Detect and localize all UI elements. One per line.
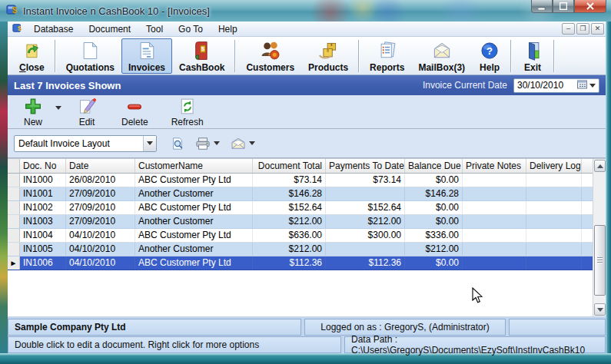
- table-row[interactable]: IN100026/08/2010ABC Customer Pty Ltd$73.…: [8, 174, 593, 187]
- column-header-balance-due[interactable]: Balance Due: [405, 159, 463, 173]
- table-row[interactable]: ►IN100604/10/2010ABC Customer Pty Ltd$11…: [8, 256, 593, 270]
- svg-text:$: $: [12, 5, 17, 15]
- toolbar-button-close[interactable]: Close: [12, 38, 51, 74]
- email-dropdown-arrow[interactable]: [249, 141, 255, 145]
- toolbar-separator: [510, 40, 512, 72]
- toolbar-button-label: Help: [480, 62, 500, 73]
- column-header-filler: [582, 159, 593, 173]
- menu-help[interactable]: Help: [211, 22, 245, 36]
- table-cell: $73.14: [253, 174, 326, 187]
- menu-document[interactable]: Document: [81, 22, 138, 36]
- caption-bar: Last 7 Invoices Shown Invoice Current Da…: [8, 75, 606, 95]
- date-dropdown-arrow-icon: [589, 84, 596, 88]
- table-cell: [526, 243, 582, 256]
- table-cell: [463, 256, 526, 270]
- table-row[interactable]: IN100327/09/2010Another Customer$212.00$…: [8, 215, 593, 229]
- toolbar-button-quotations[interactable]: Quotations: [59, 38, 121, 74]
- toolbar-button-invoices[interactable]: Invoices: [121, 38, 172, 74]
- row-indicator: [8, 201, 20, 214]
- menu-tool[interactable]: Tool: [138, 22, 171, 36]
- maximize-button[interactable]: [553, 0, 574, 13]
- table-cell: ABC Customer Pty Ltd: [135, 229, 253, 242]
- date-value: 30/10/2010: [517, 80, 577, 91]
- invoice-current-date-label: Invoice Current Date: [423, 80, 507, 91]
- scroll-up-button[interactable]: [594, 160, 606, 172]
- table-cell: $0.00: [405, 215, 463, 228]
- row-indicator: [8, 229, 20, 242]
- table-row[interactable]: IN100127/09/2010Another Customer$146.28$…: [8, 187, 593, 201]
- column-header-customer-name[interactable]: CustomerName: [135, 159, 253, 173]
- logged-on-panel: Logged on as : GregoryS, (Administrator): [304, 319, 506, 336]
- invoice-current-date-picker[interactable]: 30/10/2010: [513, 78, 599, 93]
- table-cell: $112.36: [326, 256, 405, 270]
- action-toolbar: New Edit Delete Refresh: [8, 95, 606, 129]
- mdi-minimize-button[interactable]: –: [562, 23, 575, 35]
- scroll-up-icon: [597, 164, 603, 168]
- menu-database[interactable]: Database: [26, 22, 81, 36]
- delete-button[interactable]: Delete: [118, 97, 151, 127]
- invoice-grid: Doc. No Date CustomerName Document Total…: [8, 158, 606, 316]
- mdi-close-button[interactable]: ✕: [591, 23, 604, 35]
- print-button[interactable]: [195, 137, 220, 151]
- table-cell-filler: [582, 215, 593, 228]
- table-cell: $0.00: [405, 256, 463, 270]
- column-header-delivery-log[interactable]: Delivery Log: [526, 159, 582, 173]
- cashbook-icon: $: [191, 40, 213, 61]
- table-cell-filler: [582, 174, 593, 187]
- table-row[interactable]: IN100404/10/2010ABC Customer Pty Ltd$636…: [8, 229, 593, 243]
- toolbar-separator: [553, 40, 555, 72]
- column-header-private-notes[interactable]: Private Notes: [463, 159, 526, 173]
- edit-button[interactable]: Edit: [72, 97, 101, 127]
- vertical-scrollbar[interactable]: [593, 159, 606, 316]
- print-dropdown-arrow[interactable]: [214, 141, 220, 145]
- table-cell: [463, 229, 526, 242]
- layout-bar: Default Invoice Layout: [8, 129, 606, 158]
- row-indicator: ►: [8, 256, 20, 270]
- new-dropdown-arrow[interactable]: [55, 106, 61, 110]
- table-cell: IN1005: [20, 243, 66, 256]
- toolbar-button-label: Close: [19, 62, 45, 73]
- row-indicator: [8, 174, 20, 187]
- minimize-button[interactable]: [531, 0, 553, 13]
- column-header-date[interactable]: Date: [66, 159, 135, 173]
- table-cell: $212.00: [326, 215, 405, 228]
- new-button[interactable]: New: [18, 97, 48, 127]
- column-header-doc-no[interactable]: Doc. No: [20, 159, 66, 173]
- email-icon: [231, 137, 246, 150]
- toolbar-button-exit[interactable]: Exit: [515, 38, 550, 74]
- invoice-layout-value: Default Invoice Layout: [15, 138, 143, 149]
- combo-dropdown-button[interactable]: [143, 136, 156, 151]
- toolbar-button-customers[interactable]: Customers: [239, 38, 301, 74]
- scroll-down-icon: [597, 308, 603, 312]
- menu-goto[interactable]: Go To: [171, 22, 211, 36]
- toolbar-button-label: MailBox(3): [418, 62, 465, 73]
- table-cell: ABC Customer Pty Ltd: [135, 174, 253, 187]
- table-cell: [326, 243, 405, 256]
- scroll-down-button[interactable]: [594, 303, 606, 316]
- table-row[interactable]: IN100504/10/2010Another Customer$212.00$…: [8, 243, 593, 256]
- scrollbar-thumb[interactable]: [594, 225, 606, 296]
- quotations-icon: [79, 40, 101, 61]
- toolbar-button-products[interactable]: Products: [301, 38, 355, 74]
- toolbar-button-reports[interactable]: Reports: [363, 38, 411, 74]
- toolbar-separator: [55, 40, 56, 72]
- column-header-payments-to-date[interactable]: Payments To Date: [326, 159, 405, 173]
- refresh-button[interactable]: Refresh: [168, 97, 207, 127]
- edit-icon: [75, 97, 98, 116]
- invoice-layout-select[interactable]: Default Invoice Layout: [14, 135, 157, 152]
- close-button[interactable]: [574, 0, 606, 13]
- print-preview-button[interactable]: [171, 137, 184, 151]
- toolbar-button-label: CashBook: [179, 62, 224, 73]
- table-row[interactable]: IN100227/09/2010ABC Customer Pty Ltd$152…: [8, 201, 593, 215]
- status-bar-top: Sample Company Pty Ltd Logged on as : Gr…: [8, 319, 606, 336]
- email-button[interactable]: [231, 137, 255, 150]
- toolbar-button-help[interactable]: ? Help: [472, 38, 507, 74]
- toolbar-button-cashbook[interactable]: $ CashBook: [172, 38, 231, 74]
- table-cell: 04/10/2010: [66, 256, 135, 270]
- svg-text:?: ?: [486, 45, 493, 57]
- column-header-document-total[interactable]: Document Total: [253, 159, 326, 173]
- toolbar-button-mailbox[interactable]: MailBox(3): [411, 38, 472, 74]
- reports-icon: [377, 40, 398, 61]
- mdi-restore-button[interactable]: ❐: [576, 23, 589, 35]
- table-cell: ABC Customer Pty Ltd: [135, 201, 253, 214]
